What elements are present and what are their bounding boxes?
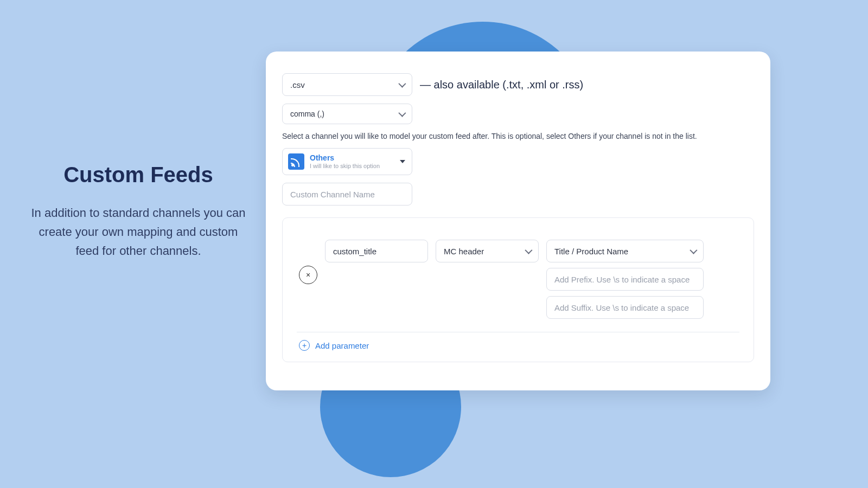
file-type-hint: — also available (.txt, .xml or .rss) xyxy=(420,79,583,91)
marketing-copy: Custom Feeds In addition to standard cha… xyxy=(30,163,247,261)
mapping-target-value: Title / Product Name xyxy=(554,247,628,256)
mapping-source-select[interactable]: MC header xyxy=(436,240,539,262)
add-parameter-label: Add parameter xyxy=(315,341,369,350)
mapping-row: × MC header Title / Product Name xyxy=(297,240,739,319)
caret-down-icon xyxy=(400,160,405,163)
mapping-area: × MC header Title / Product Name + A xyxy=(282,217,754,362)
page-description: In addition to standard channels you can… xyxy=(30,203,247,261)
chevron-down-icon xyxy=(525,247,532,254)
mapping-suffix-input[interactable] xyxy=(546,296,704,319)
channel-help-text: Select a channel you will like to model … xyxy=(282,132,754,140)
chevron-down-icon xyxy=(398,110,406,117)
close-icon: × xyxy=(306,271,310,279)
file-type-select[interactable]: .csv xyxy=(282,73,412,96)
remove-mapping-button[interactable]: × xyxy=(299,266,317,284)
custom-feed-panel: .csv — also available (.txt, .xml or .rs… xyxy=(266,52,770,390)
plus-icon: + xyxy=(299,340,310,351)
file-type-value: .csv xyxy=(290,80,305,89)
delimiter-select[interactable]: comma (,) xyxy=(282,104,412,124)
page-title: Custom Feeds xyxy=(30,163,247,187)
mapping-source-value: MC header xyxy=(444,247,484,256)
channel-label: Others xyxy=(310,153,380,163)
chevron-down-icon xyxy=(398,80,406,88)
rss-icon xyxy=(288,153,304,170)
channel-text: Others I will like to skip this option xyxy=(310,153,380,170)
add-parameter-button[interactable]: + Add parameter xyxy=(297,340,739,351)
delimiter-value: comma (,) xyxy=(290,110,324,118)
mapping-prefix-input[interactable] xyxy=(546,268,704,291)
divider xyxy=(297,332,739,332)
mapping-target-select[interactable]: Title / Product Name xyxy=(546,240,704,262)
custom-channel-name-input[interactable] xyxy=(282,183,412,206)
channel-sublabel: I will like to skip this option xyxy=(310,163,380,170)
chevron-down-icon xyxy=(690,247,697,254)
channel-model-select[interactable]: Others I will like to skip this option xyxy=(282,148,412,175)
mapping-field-name-input[interactable] xyxy=(325,240,428,262)
